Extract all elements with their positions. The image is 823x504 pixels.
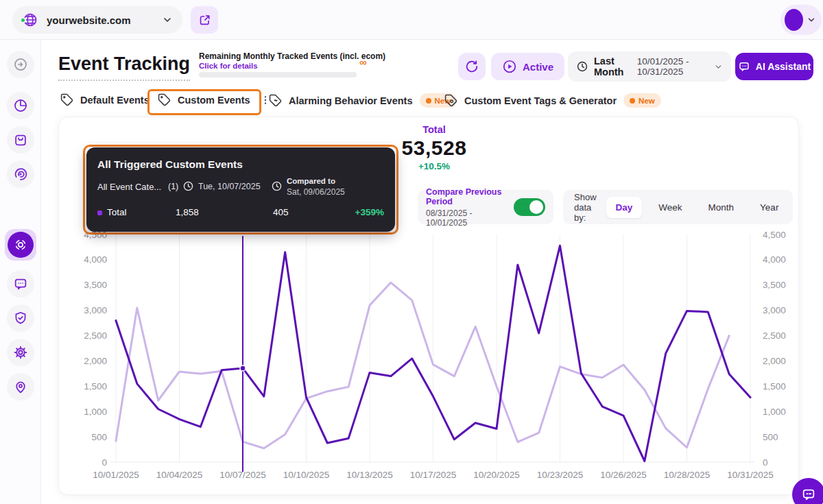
tooltip-previous-value: 405 — [273, 207, 289, 217]
sidebar — [0, 40, 41, 504]
tooltip-compared-date: Sat, 09/06/2025 — [287, 187, 345, 197]
y-axis-label-left: 3,500 — [84, 280, 107, 290]
y-axis-label-right: 1,000 — [763, 407, 786, 417]
sidebar-item-behavior[interactable] — [7, 160, 34, 188]
tooltip-change: +359% — [355, 207, 384, 217]
infinity-icon: ∞ — [359, 56, 367, 68]
tab-default-events[interactable]: Default Events — [60, 93, 150, 106]
account-menu[interactable] — [780, 5, 822, 35]
website-globe-icon — [22, 12, 38, 28]
granularity-year[interactable]: Year — [750, 197, 788, 218]
shield-check-icon — [13, 311, 28, 326]
y-axis-label-left: 0 — [102, 457, 107, 468]
tab-custom-events[interactable]: Custom Events — [158, 93, 271, 106]
open-website-button[interactable] — [191, 6, 218, 34]
y-axis-label-left: 1,000 — [84, 407, 107, 417]
y-axis-label-right: 500 — [763, 432, 778, 442]
badge-dot — [630, 98, 635, 104]
tab-custom-event-tags-generator[interactable]: Custom Event Tags & Generator New — [444, 93, 661, 108]
y-axis-label-left: 3,000 — [84, 305, 107, 315]
granularity-control: Show data by: Day Week Month Year — [563, 190, 793, 224]
clock-icon — [182, 180, 194, 192]
website-status-dot — [20, 17, 26, 23]
tooltip-series-label: Total — [107, 207, 127, 217]
sidebar-item-feedback[interactable] — [7, 270, 34, 298]
x-axis-label: 10/13/2025 — [346, 470, 393, 480]
date-range-selector[interactable]: Last Month 10/01/2025 - 10/31/2025 — [568, 51, 731, 82]
tracking-status-label: Active — [523, 61, 553, 73]
compare-toggle[interactable] — [514, 198, 545, 216]
period-range: 10/01/2025 - 10/31/2025 — [637, 56, 708, 77]
play-circle-icon — [502, 59, 517, 74]
x-axis-label: 10/17/2025 — [410, 470, 457, 480]
events-line-chart[interactable]: 005005001,0001,0001,5001,5002,0002,0002,… — [64, 227, 794, 494]
period-label: Last Month — [594, 56, 632, 77]
x-axis-label: 10/26/2025 — [600, 470, 647, 480]
clock-icon — [271, 180, 283, 192]
granularity-week[interactable]: Week — [649, 197, 691, 218]
y-axis-label-left: 500 — [91, 432, 107, 442]
radar-arcs-icon — [13, 167, 28, 182]
y-axis-label-right: 3,500 — [763, 280, 786, 290]
compare-label: Compare Previous Period — [426, 187, 507, 206]
chart-tooltip: All Triggered Custom Events All Event Ca… — [86, 147, 395, 232]
y-axis-label-right: 4,500 — [763, 230, 786, 240]
tag-alert-icon — [269, 94, 282, 107]
tag-icon — [158, 93, 171, 106]
tracking-status-button[interactable]: Active — [491, 53, 564, 80]
chevron-down-icon — [714, 62, 723, 71]
x-axis-label: 10/01/2025 — [93, 470, 139, 480]
clock-icon — [576, 60, 588, 73]
gear-icon — [13, 345, 28, 360]
tooltip-category-count: (1) — [168, 182, 178, 191]
refresh-button[interactable] — [458, 53, 486, 80]
sidebar-item-privacy[interactable] — [7, 304, 34, 332]
sidebar-item-dashboard[interactable] — [7, 92, 34, 119]
x-axis-label: 10/20/2025 — [473, 470, 520, 480]
event-tracking-card: Total 53,528 +10.5% Compare Previous Per… — [58, 117, 799, 495]
pie-chart-icon — [13, 98, 28, 113]
x-axis-label: 10/28/2025 — [664, 470, 711, 480]
website-selector[interactable]: yourwebsite.com — [12, 6, 182, 34]
y-axis-label-right: 4,000 — [763, 254, 786, 265]
sidebar-item-visitor-location[interactable] — [7, 373, 34, 400]
x-axis-label: 10/31/2025 — [727, 470, 774, 480]
external-link-icon — [198, 14, 211, 27]
topbar: yourwebsite.com — [0, 0, 823, 40]
website-name: yourwebsite.com — [47, 14, 162, 26]
events-quota-progress — [199, 72, 357, 77]
compare-range: 08/31/2025 - 10/01/2025 — [426, 208, 507, 228]
y-axis-label-left: 2,500 — [84, 331, 107, 341]
granularity-day[interactable]: Day — [606, 197, 643, 218]
location-pin-icon — [13, 379, 28, 394]
show-data-by-label: Show data by: — [574, 192, 597, 223]
compare-previous-period-control: Compare Previous Period 08/31/2025 - 10/… — [418, 190, 553, 224]
tooltip-compared-label: Compared to — [287, 177, 335, 185]
new-badge: New — [623, 93, 661, 108]
sidebar-item-collapse[interactable] — [7, 51, 34, 78]
toggle-knob — [529, 200, 543, 214]
y-axis-label-left: 1,500 — [84, 381, 107, 392]
support-chat-button[interactable] — [792, 478, 823, 504]
y-axis-label-right: 2,000 — [763, 356, 786, 366]
previous-period-line — [116, 283, 729, 448]
chevron-down-icon — [807, 15, 816, 25]
refresh-icon — [465, 60, 479, 73]
remaining-events-details-link[interactable]: Click for details — [199, 62, 258, 70]
ai-assistant-label: AI Assistant — [756, 61, 811, 72]
chevron-down-icon — [162, 14, 173, 25]
tab-alarming-behavior-events[interactable]: Alarming Behavior Events New — [269, 93, 457, 108]
sidebar-item-settings[interactable] — [7, 339, 34, 366]
ai-assistant-button[interactable]: AI Assistant — [735, 53, 813, 80]
event-target-icon — [13, 237, 28, 252]
y-axis-label-right: 0 — [763, 457, 768, 468]
y-axis-label-right: 3,000 — [763, 305, 786, 315]
ai-chat-icon — [738, 60, 750, 73]
sidebar-item-ecommerce[interactable] — [7, 126, 34, 154]
tooltip-title: All Triggered Custom Events — [97, 158, 243, 171]
granularity-month[interactable]: Month — [699, 197, 744, 218]
hover-marker — [240, 365, 246, 371]
y-axis-label-right: 1,500 — [763, 381, 786, 392]
sidebar-item-event-tracking[interactable] — [5, 229, 36, 261]
y-axis-label-left: 2,000 — [84, 356, 107, 366]
